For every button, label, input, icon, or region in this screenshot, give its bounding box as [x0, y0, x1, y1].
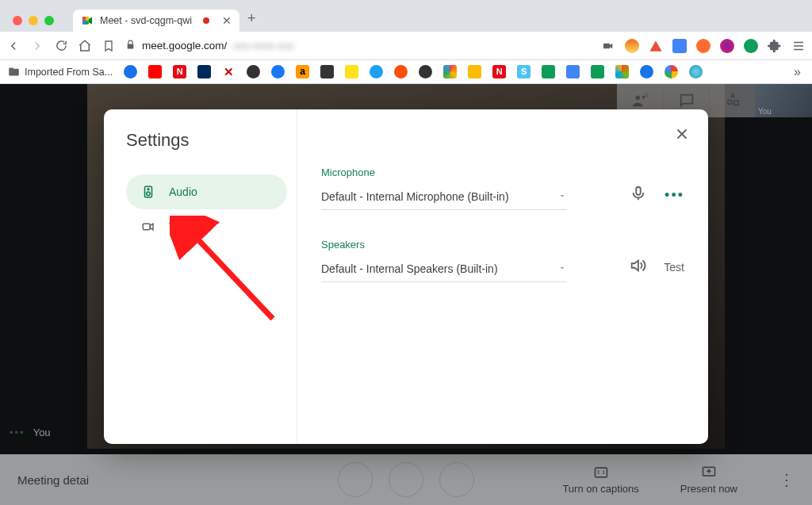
chevron-down-icon: [557, 190, 567, 203]
speakers-label: Speakers: [321, 239, 684, 251]
microphone-value: Default - Internal Microphone (Built-in): [321, 190, 509, 203]
bookmarks-bar: Imported From Sa... N ✕ a N S »: [0, 60, 812, 84]
bookmark-icon[interactable]: [271, 65, 285, 78]
bookmark-icon[interactable]: [566, 65, 580, 78]
microphone-dropdown[interactable]: Default - Internal Microphone (Built-in): [321, 190, 567, 210]
browser-chrome: Meet - svd-cqgm-qwi ✕ + meet.google.com/…: [0, 0, 812, 84]
bookmark-icon[interactable]: [419, 65, 432, 78]
chevron-down-icon: [557, 262, 567, 275]
bookmark-icon[interactable]: [247, 65, 260, 78]
speakers-section: Speakers Default - Internal Speakers (Bu…: [321, 239, 684, 282]
bookmark-icon[interactable]: [468, 65, 481, 78]
url-host: meet.google.com/: [142, 40, 227, 52]
window-controls: [6, 16, 60, 25]
extension-icon[interactable]: [625, 39, 639, 53]
close-tab-button[interactable]: ✕: [222, 14, 232, 27]
settings-sidebar: Settings Audio Video: [104, 109, 297, 444]
browser-menu-button[interactable]: [791, 39, 806, 53]
bookmark-icon[interactable]: [542, 65, 555, 78]
mic-more-button[interactable]: •••: [665, 187, 684, 204]
speakers-value: Default - Internal Speakers (Built-in): [321, 262, 498, 275]
bookmark-icon[interactable]: [124, 65, 137, 78]
speaker-icon: [140, 184, 156, 200]
svg-point-12: [147, 189, 149, 190]
bookmark-icon[interactable]: [443, 65, 457, 78]
svg-point-11: [147, 192, 151, 196]
bookmark-icon[interactable]: [689, 65, 703, 78]
nav-video-label: Video: [169, 220, 197, 233]
extension-icon[interactable]: [649, 39, 663, 53]
tab-bar: Meet - svd-cqgm-qwi ✕ +: [0, 0, 812, 32]
svg-rect-14: [636, 187, 641, 195]
close-window-button[interactable]: [13, 16, 22, 25]
settings-title: Settings: [126, 130, 287, 151]
recording-indicator-icon: [203, 17, 209, 24]
bookmarks-overflow-button[interactable]: »: [794, 65, 804, 79]
forward-button[interactable]: [30, 39, 44, 53]
extensions-button[interactable]: [768, 39, 782, 53]
camera-indicator-icon[interactable]: [601, 39, 615, 53]
bookmark-icon[interactable]: [394, 65, 408, 78]
bookmark-icon[interactable]: [320, 65, 334, 78]
speakers-dropdown[interactable]: Default - Internal Speakers (Built-in): [321, 262, 567, 282]
svg-rect-4: [603, 43, 610, 48]
lock-icon: [125, 40, 136, 52]
svg-rect-3: [82, 17, 86, 21]
minimize-window-button[interactable]: [29, 16, 38, 25]
bookmark-icon[interactable]: ✕: [222, 65, 236, 78]
volume-icon: [629, 257, 646, 277]
settings-nav-audio[interactable]: Audio: [126, 174, 287, 209]
maximize-window-button[interactable]: [44, 16, 54, 25]
meet-favicon-icon: [81, 14, 94, 27]
bookmark-icon[interactable]: S: [517, 65, 530, 78]
bookmark-icon[interactable]: [665, 65, 678, 78]
url-path-blurred: xxx-xxxx-xxx: [233, 40, 294, 52]
nav-audio-label: Audio: [169, 186, 197, 198]
settings-dialog: Settings Audio Video Microphone Default …: [104, 109, 708, 444]
extension-icons: [601, 39, 806, 53]
microphone-label: Microphone: [321, 166, 684, 178]
settings-nav-video[interactable]: Video: [126, 209, 287, 244]
extension-icon[interactable]: [720, 39, 734, 53]
bookmark-icon[interactable]: [640, 65, 653, 78]
bookmark-icon[interactable]: N: [173, 65, 186, 78]
new-tab-button[interactable]: +: [239, 10, 264, 27]
bookmark-folder-label: Imported From Sa...: [25, 67, 113, 78]
test-speakers-button[interactable]: Test: [664, 261, 684, 274]
svg-rect-13: [143, 224, 150, 230]
microphone-section: Microphone Default - Internal Microphone…: [321, 166, 684, 210]
mic-level-icon: [630, 185, 647, 205]
browser-toolbar: meet.google.com/ xxx-xxxx-xxx: [0, 32, 812, 60]
close-dialog-button[interactable]: [673, 125, 691, 146]
bookmark-icon[interactable]: [615, 65, 629, 78]
video-icon: [140, 219, 156, 235]
address-bar[interactable]: meet.google.com/ xxx-xxxx-xxx: [125, 40, 592, 52]
bookmark-icon[interactable]: a: [296, 65, 309, 78]
back-button[interactable]: [6, 39, 21, 53]
extension-icon[interactable]: [672, 39, 687, 53]
bookmark-icon[interactable]: [345, 65, 358, 78]
bookmark-folder[interactable]: Imported From Sa...: [8, 66, 113, 78]
bookmark-icon[interactable]: [197, 65, 211, 78]
bookmark-icon[interactable]: [591, 65, 604, 78]
reload-button[interactable]: [54, 39, 68, 53]
extension-icon[interactable]: [744, 39, 758, 53]
bookmark-icon[interactable]: [370, 65, 383, 78]
bookmark-icon[interactable]: [148, 65, 162, 78]
extension-icon[interactable]: [696, 39, 710, 53]
home-button[interactable]: [78, 39, 92, 53]
tab-title: Meet - svd-cqgm-qwi: [100, 15, 192, 26]
settings-body: Microphone Default - Internal Microphone…: [297, 109, 708, 444]
bookmark-button[interactable]: [102, 39, 116, 53]
browser-tab[interactable]: Meet - svd-cqgm-qwi ✕: [73, 10, 239, 32]
bookmark-icon[interactable]: N: [492, 65, 506, 78]
